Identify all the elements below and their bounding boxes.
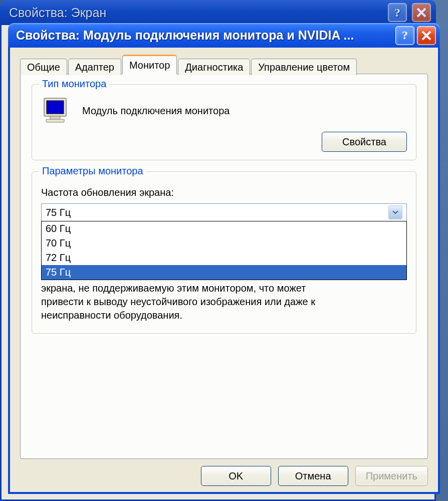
tab-adapter[interactable]: Адаптер [68, 59, 121, 75]
parent-help-button[interactable]: ? [388, 3, 407, 22]
dialog-button-row: OK Отмена Применить [20, 459, 428, 486]
dialog-title: Свойства: Модуль подключения монитора и … [16, 28, 393, 43]
refresh-rate-dropdown-wrap: 75 Гц 60 Гц 70 Гц 72 Гц 75 Гц [41, 203, 407, 221]
monitor-icon [41, 96, 71, 126]
dropdown-option[interactable]: 70 Гц [42, 236, 406, 250]
dialog-titlebar[interactable]: Свойства: Модуль подключения монитора и … [8, 23, 440, 48]
info-line-2: привести к выводу неустойчивого изображе… [41, 296, 315, 307]
hide-modes-info-text: экрана, не поддерживаемую этим монитором… [41, 282, 407, 322]
svg-rect-3 [46, 119, 64, 122]
properties-button[interactable]: Свойства [322, 132, 407, 152]
properties-dialog: Свойства: Модуль подключения монитора и … [8, 23, 440, 494]
tab-color-management[interactable]: Управление цветом [251, 59, 357, 75]
ok-button[interactable]: OK [201, 466, 271, 486]
dialog-body: Общие Адаптер Монитор Диагностика Управл… [8, 48, 440, 494]
monitor-device-name: Модуль подключения монитора [82, 105, 230, 117]
info-line-1: экрана, не поддерживаемую этим монитором… [41, 283, 306, 294]
refresh-rate-dropdown[interactable]: 75 Гц [41, 203, 407, 221]
groupbox-monitor-type-title: Тип монитора [39, 78, 109, 90]
dropdown-option[interactable]: 60 Гц [42, 221, 406, 236]
svg-rect-1 [47, 101, 64, 114]
tabstrip: Общие Адаптер Монитор Диагностика Управл… [20, 55, 428, 74]
info-line-3: неисправности оборудования. [41, 310, 182, 321]
tab-panel-monitor: Тип монитора Модуль подключения монитора… [20, 74, 428, 459]
dropdown-option[interactable]: 72 Гц [42, 250, 406, 265]
parent-title: Свойства: Экран [9, 6, 385, 20]
tab-general[interactable]: Общие [20, 59, 67, 75]
refresh-rate-label: Частота обновления экрана: [41, 187, 407, 198]
help-button[interactable]: ? [395, 26, 414, 45]
apply-button[interactable]: Применить [355, 466, 428, 486]
parent-titlebar: Свойства: Экран ? [0, 0, 436, 25]
tab-diagnostics[interactable]: Диагностика [178, 59, 250, 75]
refresh-rate-selected: 75 Гц [46, 207, 388, 218]
groupbox-monitor-params: Параметры монитора Частота обновления эк… [32, 171, 416, 334]
groupbox-monitor-params-title: Параметры монитора [39, 165, 146, 177]
close-button[interactable] [417, 26, 436, 45]
chevron-down-icon[interactable] [388, 205, 402, 219]
cancel-button[interactable]: Отмена [278, 466, 348, 486]
parent-close-button[interactable] [412, 3, 431, 22]
svg-rect-2 [50, 116, 60, 119]
tab-monitor[interactable]: Монитор [122, 55, 177, 74]
groupbox-monitor-type: Тип монитора Модуль подключения монитора… [32, 84, 416, 160]
refresh-rate-dropdown-list: 60 Гц 70 Гц 72 Гц 75 Гц [41, 221, 407, 280]
dropdown-option[interactable]: 75 Гц [42, 265, 406, 280]
